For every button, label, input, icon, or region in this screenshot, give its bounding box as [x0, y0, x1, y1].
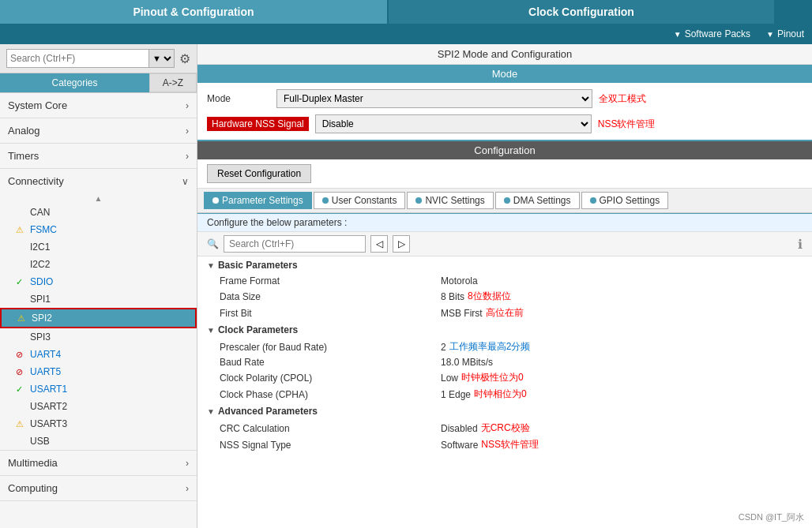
param-row-data-size: Data Size 8 Bits 8位数据位 [197, 288, 812, 305]
chevron-right-icon: › [186, 100, 189, 111]
chevron-right-icon2: › [186, 125, 189, 137]
param-group-clock: ▼ Clock Parameters Prescaler (for Baud R… [197, 321, 812, 403]
tab-user-constants[interactable]: User Constants [314, 192, 406, 209]
prev-result-btn[interactable]: ◁ [370, 235, 388, 253]
next-result-btn[interactable]: ▷ [393, 235, 410, 253]
software-packs-btn[interactable]: ▼ Software Packs [674, 28, 750, 39]
param-row-frame-format: Frame Format Motorola [197, 274, 812, 288]
param-group-header-clock[interactable]: ▼ Clock Parameters [197, 321, 812, 339]
sidebar-item-usb[interactable]: USB [0, 433, 197, 450]
search-input[interactable] [7, 50, 148, 67]
cancel-icon-uart4: ⊘ [16, 350, 27, 360]
tab-categories[interactable]: Categories [0, 73, 149, 92]
tab-dot-user [322, 197, 329, 204]
tab-atoz[interactable]: A->Z [149, 73, 197, 92]
nss-select[interactable]: Disable [315, 114, 592, 133]
sidebar-section-system-core: System Core › [0, 93, 197, 118]
triangle-down-clock: ▼ [207, 326, 215, 335]
mode-section: Mode Mode Full-Duplex Master 全双工模式 Hardw… [197, 65, 812, 141]
check-icon-sdio: ✓ [16, 277, 27, 287]
sidebar-item-uart4[interactable]: ⊘ UART4 [0, 346, 197, 363]
pinout-btn[interactable]: ▼ Pinout [766, 28, 804, 39]
warning-icon-usart3: ⚠ [16, 419, 27, 429]
reset-config-button[interactable]: Reset Configuration [207, 164, 311, 183]
sidebar-item-i2c2[interactable]: I2C2 [0, 256, 197, 273]
sidebar-item-can[interactable]: CAN [0, 204, 197, 221]
warning-icon-spi2: ⚠ [17, 313, 28, 324]
param-tabs: Parameter Settings User Constants NVIC S… [197, 189, 812, 213]
sidebar-tabs: Categories A->Z [0, 73, 197, 93]
sidebar-section-header-analog[interactable]: Analog › [0, 118, 197, 143]
chevron-down-icon3: ∨ [182, 176, 189, 187]
cancel-icon-uart5: ⊘ [16, 367, 27, 377]
sidebar-item-spi3[interactable]: SPI3 [0, 328, 197, 346]
header-clock[interactable]: Clock Configuration [387, 0, 774, 24]
gear-icon[interactable]: ⚙ [179, 51, 190, 66]
mode-label: Mode [207, 93, 270, 104]
info-icon: ℹ [798, 237, 803, 252]
scroll-up-indicator: ▲ [0, 193, 197, 204]
content-area: SPI2 Mode and Configuration Mode Mode Fu… [197, 44, 812, 528]
nss-annotation: NSS软件管理 [598, 118, 656, 131]
reset-area: Reset Configuration [197, 159, 812, 189]
sidebar-section-timers: Timers › [0, 144, 197, 169]
triangle-down-basic: ▼ [207, 261, 215, 270]
sidebar-section-header-system-core[interactable]: System Core › [0, 93, 197, 118]
sidebar-item-spi2[interactable]: ⚠ SPI2 [0, 308, 197, 328]
mode-select[interactable]: Full-Duplex Master [276, 89, 592, 108]
mode-rows: Mode Full-Duplex Master 全双工模式 Hardware N… [197, 83, 812, 140]
sidebar-section-connectivity: Connectivity ∨ ▲ CAN ⚠ FSMC [0, 169, 197, 451]
sidebar-item-uart5[interactable]: ⊘ UART5 [0, 363, 197, 380]
sidebar-section-multimedia: Multimedia › [0, 451, 197, 476]
mode-annotation: 全双工模式 [599, 92, 646, 106]
sidebar-item-usart2[interactable]: USART2 [0, 398, 197, 415]
search-icon: 🔍 [207, 238, 219, 249]
nss-label: Hardware NSS Signal [207, 117, 309, 131]
param-row-cpha: Clock Phase (CPHA) 1 Edge 时钟相位为0 [197, 386, 812, 403]
sidebar-content: System Core › Analog › Timers › [0, 93, 197, 528]
param-search-input[interactable] [224, 235, 366, 253]
param-group-header-basic[interactable]: ▼ Basic Parameters [197, 257, 812, 274]
param-row-baud-rate: Baud Rate 18.0 MBits/s [197, 355, 812, 369]
sidebar-item-fsmc[interactable]: ⚠ FSMC [0, 221, 197, 238]
sidebar-section-header-computing[interactable]: Computing › [0, 476, 197, 500]
nss-row: Hardware NSS Signal Disable NSS软件管理 [207, 114, 803, 133]
param-group-header-advanced[interactable]: ▼ Advanced Parameters [197, 403, 812, 420]
search-select[interactable]: ▼ [148, 50, 174, 67]
tab-dma-settings[interactable]: DMA Settings [495, 192, 580, 209]
mode-row: Mode Full-Duplex Master 全双工模式 [207, 89, 803, 108]
warning-icon-fsmc: ⚠ [16, 225, 27, 235]
param-desc: Configure the below parameters : [197, 213, 812, 232]
sidebar-section-header-connectivity[interactable]: Connectivity ∨ [0, 169, 197, 193]
sidebar-section-computing: Computing › [0, 476, 197, 501]
param-group-basic: ▼ Basic Parameters Frame Format Motorola… [197, 257, 812, 321]
sidebar-item-usart1[interactable]: ✓ USART1 [0, 380, 197, 398]
tab-nvic-settings[interactable]: NVIC Settings [407, 192, 493, 209]
param-content: Configure the below parameters : 🔍 ◁ ▷ ℹ… [197, 213, 812, 528]
watermark: CSDN @IT_阿水 [739, 511, 804, 523]
config-section: Configuration Reset Configuration Parame… [197, 141, 812, 528]
check-icon-usart1: ✓ [16, 384, 27, 395]
main-layout: ▼ ⚙ Categories A->Z System Core › [0, 44, 812, 528]
sidebar-section-header-timers[interactable]: Timers › [0, 144, 197, 168]
tab-dot-nvic [415, 197, 422, 204]
triangle-down-advanced: ▼ [207, 407, 215, 416]
chevron-right-icon3: › [186, 151, 189, 162]
param-row-first-bit: First Bit MSB First 高位在前 [197, 305, 812, 321]
header-pinout[interactable]: Pinout & Configuration [0, 0, 387, 24]
chevron-down-icon: ▼ [674, 30, 682, 39]
sidebar-item-sdio[interactable]: ✓ SDIO [0, 273, 197, 290]
param-search-bar: 🔍 ◁ ▷ ℹ [197, 232, 812, 257]
sidebar-item-spi1[interactable]: SPI1 [0, 290, 197, 308]
tab-parameter-settings[interactable]: Parameter Settings [204, 192, 312, 209]
param-row-cpol: Clock Polarity (CPOL) Low 时钟极性位为0 [197, 369, 812, 386]
param-row-prescaler: Prescaler (for Baud Rate) 2 工作频率最高2分频 [197, 339, 812, 355]
tab-dot-param [212, 197, 219, 204]
sidebar-section-analog: Analog › [0, 118, 197, 144]
sidebar-item-usart3[interactable]: ⚠ USART3 [0, 415, 197, 433]
sidebar-section-header-multimedia[interactable]: Multimedia › [0, 451, 197, 475]
search-input-wrap: ▼ [6, 49, 175, 68]
sidebar-item-i2c1[interactable]: I2C1 [0, 238, 197, 256]
sub-header: ▼ Software Packs ▼ Pinout [0, 24, 812, 44]
tab-gpio-settings[interactable]: GPIO Settings [581, 192, 669, 209]
